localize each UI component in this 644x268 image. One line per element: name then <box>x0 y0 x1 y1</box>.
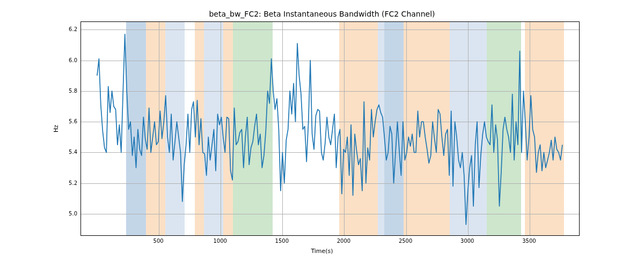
figure: beta_bw_FC2: Beta Instantaneous Bandwidt… <box>0 0 644 268</box>
x-axis-label: Time(s) <box>0 248 644 255</box>
y-tick-label: 5.4 <box>69 149 77 155</box>
chart-title: beta_bw_FC2: Beta Instantaneous Bandwidt… <box>0 10 644 18</box>
x-tick-label: 1500 <box>275 238 289 244</box>
y-tick-label: 6.0 <box>69 57 77 63</box>
data-line <box>97 34 562 225</box>
y-tick-label: 5.0 <box>69 210 77 216</box>
x-tick-label: 3000 <box>460 238 474 244</box>
data-line-svg <box>81 22 579 235</box>
x-tick-label: 2500 <box>399 238 412 244</box>
x-tick-label: 3500 <box>522 238 536 244</box>
y-tick-label: 5.6 <box>69 118 77 124</box>
x-tick-label: 1000 <box>213 238 226 244</box>
y-tick-label: 6.2 <box>69 26 77 32</box>
x-tick-label: 500 <box>153 238 164 244</box>
x-tick-label: 2000 <box>337 238 350 244</box>
y-axis-label: Hz <box>53 125 60 132</box>
plot-axes <box>80 21 580 236</box>
y-tick-label: 5.2 <box>69 180 77 185</box>
y-tick-label: 5.8 <box>69 87 77 93</box>
